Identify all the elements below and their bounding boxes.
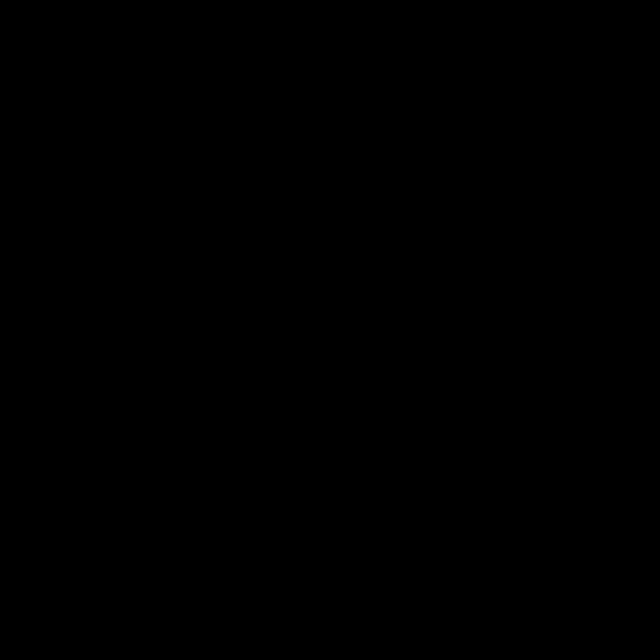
chart-frame: { "watermark": "TheBottleneck.com", "col… bbox=[0, 0, 644, 644]
chart-svg bbox=[0, 0, 644, 644]
